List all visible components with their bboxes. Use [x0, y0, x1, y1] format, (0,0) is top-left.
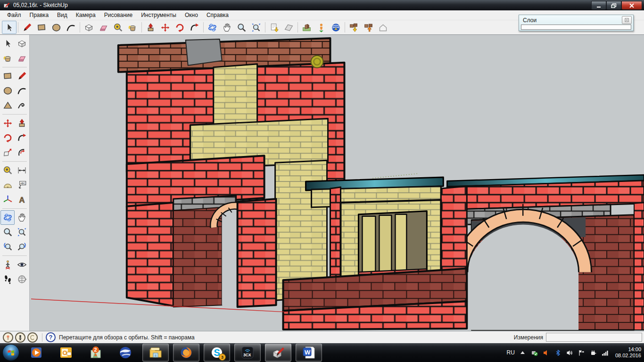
menu-file[interactable]: Файл: [3, 11, 25, 19]
get-models-button[interactable]: [347, 21, 361, 34]
measurements-input[interactable]: [546, 333, 642, 342]
share-models-button[interactable]: [361, 21, 376, 34]
palette-axes-button[interactable]: [0, 192, 15, 207]
palette-line-button[interactable]: [15, 69, 29, 83]
close-button[interactable]: [621, 1, 642, 10]
palette-arc-button[interactable]: [15, 83, 29, 98]
restore-button[interactable]: [606, 1, 621, 10]
palette-3d-text-button[interactable]: A: [15, 192, 29, 207]
push-pull-tool-button[interactable]: [143, 21, 158, 34]
place-person-button[interactable]: [314, 21, 329, 34]
audio-manager-icon[interactable]: [543, 349, 550, 356]
make-component-button[interactable]: [82, 21, 96, 34]
component-house-button[interactable]: [376, 21, 390, 34]
palette-make-component-button[interactable]: [15, 36, 29, 51]
palette-push-pull-button[interactable]: [15, 116, 29, 131]
palette-circle-button[interactable]: [0, 83, 15, 98]
viewport-3d-scene[interactable]: [30, 35, 644, 331]
palette-rectangle-button[interactable]: [0, 69, 15, 83]
menu-window[interactable]: Окно: [181, 11, 202, 19]
rectangle-tool-button[interactable]: [34, 21, 49, 34]
palette-eraser-button[interactable]: [15, 51, 29, 66]
palette-rotate-button[interactable]: [0, 131, 15, 145]
taskbar-2gis-button[interactable]: 2: [83, 344, 108, 361]
show-hidden-icons-button[interactable]: [519, 349, 527, 356]
palette-paint-bucket-button[interactable]: [0, 51, 15, 66]
palette-polygon-button[interactable]: [0, 98, 15, 113]
circle-tool-button[interactable]: [49, 21, 64, 34]
palette-section-plane-button[interactable]: [15, 272, 29, 287]
minimize-button[interactable]: [591, 1, 606, 10]
help-question-icon[interactable]: ?: [46, 332, 56, 342]
taskbar-google-earth-button[interactable]: [113, 344, 138, 361]
taskbar-3cx-button[interactable]: 3CX: [234, 344, 261, 362]
menu-camera[interactable]: Камера: [72, 11, 100, 19]
palette-pan-button[interactable]: [15, 210, 29, 225]
palette-look-around-button[interactable]: [15, 257, 29, 272]
follow-me-tool-button[interactable]: [187, 21, 202, 34]
palette-orbit-button[interactable]: [0, 210, 15, 225]
taskbar-word-button[interactable]: W: [296, 344, 322, 362]
import-button[interactable]: [267, 21, 281, 34]
taskbar-outlook-button[interactable]: O: [53, 344, 79, 361]
palette-tape-measure-button[interactable]: [0, 163, 15, 178]
network-signal-icon[interactable]: [602, 349, 609, 356]
palette-move-button[interactable]: [0, 116, 15, 131]
tray-date: 08.02.2016: [615, 353, 641, 359]
tray-clock[interactable]: 14:00 08.02.2016: [613, 346, 641, 359]
volume-icon[interactable]: [566, 349, 574, 356]
palette-zoom-extents-button[interactable]: [15, 225, 29, 239]
safely-remove-hardware-icon[interactable]: [531, 349, 538, 356]
line-tool-button[interactable]: [20, 21, 34, 34]
select-tool-button[interactable]: [2, 21, 17, 34]
section-plane-button[interactable]: [281, 21, 296, 34]
rotate-tool-button[interactable]: [173, 21, 187, 34]
palette-next-view-button[interactable]: [15, 239, 29, 254]
taskbar-media-player-button[interactable]: [24, 344, 49, 361]
layers-panel[interactable]: Слои: [519, 15, 634, 31]
palette-zoom-button[interactable]: [0, 225, 15, 239]
taskbar-firefox-button[interactable]: [173, 344, 199, 362]
menu-draw[interactable]: Рисование: [100, 11, 137, 19]
menu-tools[interactable]: Инструменты: [137, 11, 181, 19]
google-earth-button[interactable]: [329, 21, 343, 34]
move-tool-button[interactable]: [158, 21, 173, 34]
bluetooth-icon[interactable]: [554, 349, 562, 356]
palette-position-camera-button[interactable]: [0, 257, 15, 272]
palette-follow-me-button[interactable]: [15, 131, 29, 145]
drawing-area[interactable]: [30, 35, 644, 331]
tape-measure-tool-button[interactable]: [111, 21, 125, 34]
menu-help[interactable]: Справка: [202, 11, 233, 19]
palette-walk-button[interactable]: [0, 272, 15, 287]
layers-panel-collapse-button[interactable]: [622, 16, 632, 24]
action-center-flag-icon[interactable]: [578, 349, 586, 356]
palette-protractor-button[interactable]: [0, 178, 15, 192]
geolocation-status-icon[interactable]: [3, 332, 13, 343]
claim-status-icon[interactable]: [27, 332, 38, 343]
arc-tool-button[interactable]: [64, 21, 78, 34]
language-indicator[interactable]: RU: [507, 349, 515, 356]
taskbar-explorer-button[interactable]: [142, 344, 169, 362]
zoom-tool-button[interactable]: [234, 21, 249, 34]
palette-dimension-button[interactable]: [15, 163, 29, 178]
taskbar-skype-button[interactable]: S3: [204, 344, 230, 362]
palette-offset-button[interactable]: [15, 145, 29, 160]
palette-scale-button[interactable]: [0, 145, 15, 160]
palette-select-button[interactable]: [0, 36, 15, 51]
pan-tool-button[interactable]: [220, 21, 234, 34]
add-location-button[interactable]: [299, 21, 314, 34]
eraser-tool-button[interactable]: [96, 21, 111, 34]
menu-view[interactable]: Вид: [53, 11, 72, 19]
credits-status-icon[interactable]: [15, 332, 25, 343]
paint-bucket-tool-button[interactable]: [125, 21, 140, 34]
taskbar-sketchup-button[interactable]: [265, 344, 291, 362]
palette-previous-view-button[interactable]: [0, 239, 15, 254]
power-plug-icon[interactable]: [590, 349, 597, 356]
layers-panel-collapsed-body[interactable]: [521, 25, 631, 30]
palette-text-button[interactable]: ABC: [15, 178, 29, 192]
start-button[interactable]: [0, 344, 22, 362]
orbit-tool-button[interactable]: [205, 21, 220, 34]
zoom-extents-button[interactable]: [249, 21, 264, 34]
menu-edit[interactable]: Правка: [25, 11, 53, 19]
palette-freehand-button[interactable]: [15, 98, 29, 113]
